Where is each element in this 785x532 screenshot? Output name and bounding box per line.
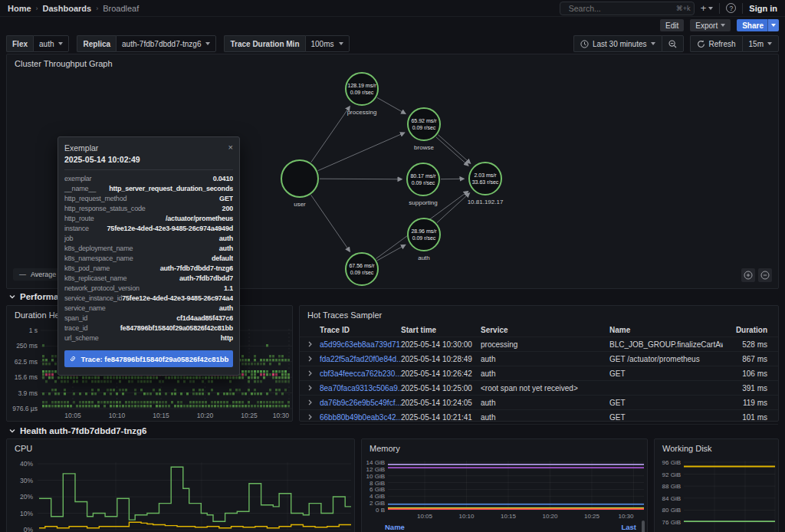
trace-start-time: 2025-05-14 10:25:00 [401,384,481,392]
zoom-out-time-button[interactable] [662,35,684,52]
panel-title[interactable]: Hot Traces Sampler [307,310,382,320]
row-expander[interactable] [300,385,320,391]
time-range-label: Last 30 minutes [593,40,647,48]
disk-y-tick: 76 GiB [662,519,681,526]
row-expander[interactable] [300,399,320,406]
tooltip-rows: exemplar0.0410__name__http_server_reques… [64,175,233,344]
graph-node-unnamed[interactable]: 67.56 ms/r0.09 r/sec [346,253,378,285]
trace-duration: 391 ms [723,384,772,392]
zoom-out-icon [760,271,770,280]
variable-trace-duration-label: Trace Duration Min [224,35,304,52]
help-icon[interactable]: ? [726,3,736,13]
panel-title[interactable]: Cluster Throughput Graph [15,59,113,68]
column-header-start-time[interactable]: Start time [401,326,481,334]
refresh-button[interactable]: Refresh [690,35,742,52]
column-header-trace-id[interactable]: Trace ID [320,326,401,334]
tooltip-value: fe847896bf15840f29a05826f42c81bb [87,324,233,332]
sign-in-button[interactable]: Sign in [749,4,777,13]
time-range-picker[interactable]: Last 30 minutes [573,35,662,52]
graph-node-label: processing [347,109,377,116]
refresh-interval-value: 15m [749,40,764,48]
trace-name: GET [609,413,723,422]
breadcrumb-dashboards[interactable]: Dashboards [43,4,92,13]
column-header-name[interactable]: Name [609,326,723,334]
heatmap-y-tick: 250 ms [16,342,38,350]
graph-zoom-in-button[interactable] [741,268,755,282]
close-icon[interactable]: × [228,143,233,151]
svg-text:128.19 ms/r: 128.19 ms/r [348,83,377,88]
column-header-duration[interactable]: Duration [723,326,772,334]
row-expander[interactable] [300,341,320,347]
tooltip-value: /actuator/prometheus [94,215,233,222]
row-expander[interactable] [300,370,320,376]
legend-last-header[interactable]: Last [621,523,636,531]
tooltip-row: network_protocol_version1.1 [64,284,233,294]
share-menu-button[interactable] [767,19,779,31]
graph-node-auth[interactable]: 28.96 ms/r0.09 r/secauth [408,218,440,261]
graph-node-label: auth [418,255,430,261]
cpu-y-tick: 10% [20,510,33,517]
trace-name: GET [609,399,723,407]
trace-service: auth [481,399,609,407]
legend-name-header[interactable]: Name [385,523,405,531]
tooltip-value: auth [73,235,233,242]
memory-x-tick: 10:10 [458,513,475,520]
panel-title[interactable]: Working Disk [662,444,712,453]
graph-node-browse[interactable]: 65.92 ms/r0.09 r/secbrowse [408,108,440,151]
row-expander[interactable] [300,414,320,420]
trace-id-link[interactable]: da76b9c26e9b5c49fcf... [320,399,401,407]
trace-id-link[interactable]: 66bb80b49b0eab3c42... [320,413,401,422]
svg-text:28.96 ms/r: 28.96 ms/r [411,228,437,234]
variable-flex-select[interactable]: auth [33,35,69,52]
row-expander[interactable] [300,356,320,362]
edit-button[interactable]: Edit [660,19,684,31]
tooltip-key: exemplar [64,175,91,182]
panel-title[interactable]: CPU [15,444,32,453]
magnifier-minus-icon [668,40,677,48]
trace-id-link[interactable]: a5d99c63eb8aa739d71... [320,340,401,349]
graph-edge [438,135,471,163]
trace-row: a5d99c63eb8aa739d71...2025-05-14 10:30:0… [300,337,778,352]
add-button[interactable]: + [701,2,714,14]
graph-zoom-out-button[interactable] [758,268,772,282]
search-input[interactable] [569,4,672,13]
trace-name: GET /actuator/prometheus [609,355,723,363]
heatmap-band [45,380,290,383]
chevron-down-icon [205,42,210,45]
chevron-right-icon [308,399,312,406]
disk-y-tick: 84 GiB [662,495,681,502]
chevron-right-icon [308,370,312,376]
column-header-service[interactable]: Service [481,326,609,334]
zoom-in-icon [744,271,753,280]
trace-id-link[interactable]: cbf3a4feecca762b230... [320,369,401,378]
export-button[interactable]: Export [690,19,731,31]
tooltip-key: http_route [64,215,94,222]
tooltip-key: k8s_replicaset_name [64,274,126,282]
panel-title[interactable]: Memory [370,444,400,453]
variable-trace-duration-select[interactable]: 100ms [305,35,350,52]
tooltip-value: auth [106,304,233,312]
trace-id-link[interactable]: fda22f5a2fad20f0e84d... [320,355,401,363]
heatmap-y-tick: 62.5 ms [15,358,38,366]
trace-service: auth [481,369,609,378]
legend-line-sample: — [19,271,26,278]
legend-scrollbar[interactable] [642,521,645,532]
health-section-header[interactable]: Health auth-7fdb7dbdd7-tnzg6 [9,426,146,435]
share-button[interactable]: Share [737,19,767,31]
divider [64,169,233,170]
refresh-interval-select[interactable]: 15m [742,35,779,52]
trace-link-button[interactable]: Trace: fe847896bf15840f29a05826f42c81bb [64,350,233,367]
svg-text:80.17 ms/r: 80.17 ms/r [410,173,436,179]
graph-node-supporting[interactable]: 80.17 ms/r0.09 r/secsupporting [407,163,439,206]
graph-node-processing[interactable]: 128.19 ms/r0.09 r/secprocessing [346,73,378,116]
trace-id-link[interactable]: 8ea70faca9313c506a9... [320,384,401,392]
tooltip-value: auth-7fdb7dbdd7-tnzg6 [110,264,233,272]
graph-node-user[interactable]: user [281,160,318,208]
heatmap-band [42,405,290,407]
search-box[interactable]: ⌘+k [560,2,695,15]
graph-node-10.81.192.17[interactable]: 2.03 ms/r33.63 r/sec10.81.192.17 [468,163,504,205]
tooltip-row: k8s_pod_nameauth-7fdb7dbdd7-tnzg6 [64,264,233,274]
variable-replica-select[interactable]: auth-7fdb7dbdd7-tnzg6 [116,35,216,52]
breadcrumb-home[interactable]: Home [8,4,31,13]
trace-duration: 101 ms [723,413,772,422]
